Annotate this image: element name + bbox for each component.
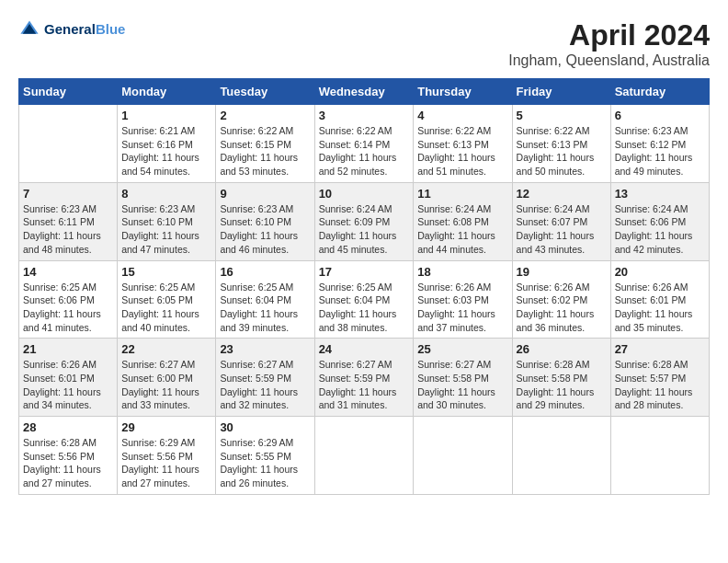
calendar-cell: 20Sunrise: 6:26 AM Sunset: 6:01 PM Dayli… xyxy=(610,260,709,339)
header: GeneralBlue April 2024 Ingham, Queenslan… xyxy=(18,18,710,69)
day-info: Sunrise: 6:25 AM Sunset: 6:04 PM Dayligh… xyxy=(220,281,310,335)
calendar-cell xyxy=(512,417,610,495)
day-info: Sunrise: 6:26 AM Sunset: 6:01 PM Dayligh… xyxy=(23,358,113,412)
day-info: Sunrise: 6:24 AM Sunset: 6:06 PM Dayligh… xyxy=(615,202,705,257)
calendar-cell: 9Sunrise: 6:23 AM Sunset: 6:10 PM Daylig… xyxy=(216,182,314,260)
calendar-cell xyxy=(19,105,118,183)
day-number: 21 xyxy=(23,342,113,356)
title-area: April 2024 Ingham, Queensland, Australia xyxy=(508,18,710,69)
day-number: 26 xyxy=(517,342,607,356)
calendar-cell: 12Sunrise: 6:24 AM Sunset: 6:07 PM Dayli… xyxy=(512,182,610,260)
day-info: Sunrise: 6:24 AM Sunset: 6:07 PM Dayligh… xyxy=(517,202,607,257)
calendar-cell: 24Sunrise: 6:27 AM Sunset: 5:59 PM Dayli… xyxy=(314,339,414,417)
calendar-cell: 4Sunrise: 6:22 AM Sunset: 6:13 PM Daylig… xyxy=(414,105,512,183)
day-info: Sunrise: 6:24 AM Sunset: 6:08 PM Dayligh… xyxy=(417,202,507,257)
day-info: Sunrise: 6:22 AM Sunset: 6:14 PM Dayligh… xyxy=(319,124,410,178)
calendar-cell: 5Sunrise: 6:22 AM Sunset: 6:13 PM Daylig… xyxy=(512,105,610,183)
day-number: 25 xyxy=(417,342,507,356)
calendar-cell: 3Sunrise: 6:22 AM Sunset: 6:14 PM Daylig… xyxy=(314,105,414,183)
calendar-cell: 17Sunrise: 6:25 AM Sunset: 6:04 PM Dayli… xyxy=(314,260,414,339)
calendar-cell: 29Sunrise: 6:29 AM Sunset: 5:56 PM Dayli… xyxy=(118,417,216,495)
month-title: April 2024 xyxy=(508,18,710,52)
day-number: 6 xyxy=(615,109,705,122)
day-info: Sunrise: 6:23 AM Sunset: 6:10 PM Dayligh… xyxy=(220,202,310,257)
calendar-cell: 19Sunrise: 6:26 AM Sunset: 6:02 PM Dayli… xyxy=(512,260,610,339)
day-info: Sunrise: 6:22 AM Sunset: 6:15 PM Dayligh… xyxy=(220,124,310,178)
calendar-cell: 2Sunrise: 6:22 AM Sunset: 6:15 PM Daylig… xyxy=(216,105,314,183)
logo-general: GeneralBlue xyxy=(44,22,125,38)
calendar-cell: 22Sunrise: 6:27 AM Sunset: 6:00 PM Dayli… xyxy=(118,339,216,417)
calendar-week-row: 28Sunrise: 6:28 AM Sunset: 5:56 PM Dayli… xyxy=(19,417,710,495)
calendar-week-row: 14Sunrise: 6:25 AM Sunset: 6:06 PM Dayli… xyxy=(19,260,710,339)
calendar: SundayMondayTuesdayWednesdayThursdayFrid… xyxy=(18,78,710,495)
weekday-header-row: SundayMondayTuesdayWednesdayThursdayFrid… xyxy=(19,79,710,105)
day-number: 7 xyxy=(23,187,113,201)
day-info: Sunrise: 6:27 AM Sunset: 5:59 PM Dayligh… xyxy=(220,358,310,412)
day-number: 4 xyxy=(417,109,507,122)
day-number: 18 xyxy=(417,265,507,279)
day-number: 9 xyxy=(220,187,310,201)
calendar-cell: 7Sunrise: 6:23 AM Sunset: 6:11 PM Daylig… xyxy=(19,182,118,260)
day-info: Sunrise: 6:29 AM Sunset: 5:55 PM Dayligh… xyxy=(220,436,310,490)
calendar-cell: 28Sunrise: 6:28 AM Sunset: 5:56 PM Dayli… xyxy=(19,417,118,495)
day-info: Sunrise: 6:29 AM Sunset: 5:56 PM Dayligh… xyxy=(121,436,211,490)
weekday-header: Tuesday xyxy=(216,79,314,105)
day-number: 12 xyxy=(517,187,607,201)
day-info: Sunrise: 6:25 AM Sunset: 6:05 PM Dayligh… xyxy=(121,281,211,335)
day-number: 22 xyxy=(121,342,211,356)
day-info: Sunrise: 6:23 AM Sunset: 6:11 PM Dayligh… xyxy=(23,202,113,257)
calendar-cell: 25Sunrise: 6:27 AM Sunset: 5:58 PM Dayli… xyxy=(414,339,512,417)
day-number: 14 xyxy=(23,265,113,279)
weekday-header: Monday xyxy=(118,79,216,105)
day-info: Sunrise: 6:25 AM Sunset: 6:06 PM Dayligh… xyxy=(23,281,113,335)
weekday-header: Saturday xyxy=(610,79,709,105)
day-number: 11 xyxy=(417,187,507,201)
calendar-cell: 8Sunrise: 6:23 AM Sunset: 6:10 PM Daylig… xyxy=(118,182,216,260)
calendar-cell: 26Sunrise: 6:28 AM Sunset: 5:58 PM Dayli… xyxy=(512,339,610,417)
weekday-header: Sunday xyxy=(19,79,118,105)
day-number: 20 xyxy=(615,265,705,279)
day-info: Sunrise: 6:28 AM Sunset: 5:58 PM Dayligh… xyxy=(517,358,607,412)
day-number: 13 xyxy=(615,187,705,201)
day-info: Sunrise: 6:26 AM Sunset: 6:03 PM Dayligh… xyxy=(417,281,507,335)
day-number: 15 xyxy=(121,265,211,279)
weekday-header: Thursday xyxy=(414,79,512,105)
day-number: 8 xyxy=(121,187,211,201)
day-number: 29 xyxy=(121,420,211,434)
calendar-cell: 18Sunrise: 6:26 AM Sunset: 6:03 PM Dayli… xyxy=(414,260,512,339)
day-info: Sunrise: 6:23 AM Sunset: 6:10 PM Dayligh… xyxy=(121,202,211,257)
calendar-cell: 1Sunrise: 6:21 AM Sunset: 6:16 PM Daylig… xyxy=(118,105,216,183)
day-info: Sunrise: 6:27 AM Sunset: 6:00 PM Dayligh… xyxy=(121,358,211,412)
logo: GeneralBlue xyxy=(18,18,125,40)
calendar-cell: 21Sunrise: 6:26 AM Sunset: 6:01 PM Dayli… xyxy=(19,339,118,417)
calendar-cell: 13Sunrise: 6:24 AM Sunset: 6:06 PM Dayli… xyxy=(610,182,709,260)
calendar-cell: 14Sunrise: 6:25 AM Sunset: 6:06 PM Dayli… xyxy=(19,260,118,339)
calendar-cell: 27Sunrise: 6:28 AM Sunset: 5:57 PM Dayli… xyxy=(610,339,709,417)
day-number: 27 xyxy=(615,342,705,356)
calendar-week-row: 1Sunrise: 6:21 AM Sunset: 6:16 PM Daylig… xyxy=(19,105,710,183)
calendar-cell: 15Sunrise: 6:25 AM Sunset: 6:05 PM Dayli… xyxy=(118,260,216,339)
day-info: Sunrise: 6:22 AM Sunset: 6:13 PM Dayligh… xyxy=(517,124,607,178)
calendar-cell xyxy=(314,417,414,495)
day-number: 1 xyxy=(121,109,211,122)
day-info: Sunrise: 6:21 AM Sunset: 6:16 PM Dayligh… xyxy=(121,124,211,178)
calendar-cell: 23Sunrise: 6:27 AM Sunset: 5:59 PM Dayli… xyxy=(216,339,314,417)
calendar-cell xyxy=(414,417,512,495)
weekday-header: Friday xyxy=(512,79,610,105)
day-info: Sunrise: 6:25 AM Sunset: 6:04 PM Dayligh… xyxy=(319,281,410,335)
day-number: 24 xyxy=(319,342,410,356)
calendar-cell: 30Sunrise: 6:29 AM Sunset: 5:55 PM Dayli… xyxy=(216,417,314,495)
day-info: Sunrise: 6:27 AM Sunset: 5:58 PM Dayligh… xyxy=(417,358,507,412)
day-info: Sunrise: 6:22 AM Sunset: 6:13 PM Dayligh… xyxy=(417,124,507,178)
day-info: Sunrise: 6:28 AM Sunset: 5:57 PM Dayligh… xyxy=(615,358,705,412)
day-number: 17 xyxy=(319,265,410,279)
day-info: Sunrise: 6:26 AM Sunset: 6:01 PM Dayligh… xyxy=(615,281,705,335)
logo-icon xyxy=(18,18,40,40)
day-number: 10 xyxy=(319,187,410,201)
calendar-cell xyxy=(610,417,709,495)
location-title: Ingham, Queensland, Australia xyxy=(508,52,710,69)
day-info: Sunrise: 6:27 AM Sunset: 5:59 PM Dayligh… xyxy=(319,358,410,412)
day-info: Sunrise: 6:24 AM Sunset: 6:09 PM Dayligh… xyxy=(319,202,410,257)
logo-text: GeneralBlue xyxy=(44,22,125,38)
day-number: 28 xyxy=(23,420,113,434)
